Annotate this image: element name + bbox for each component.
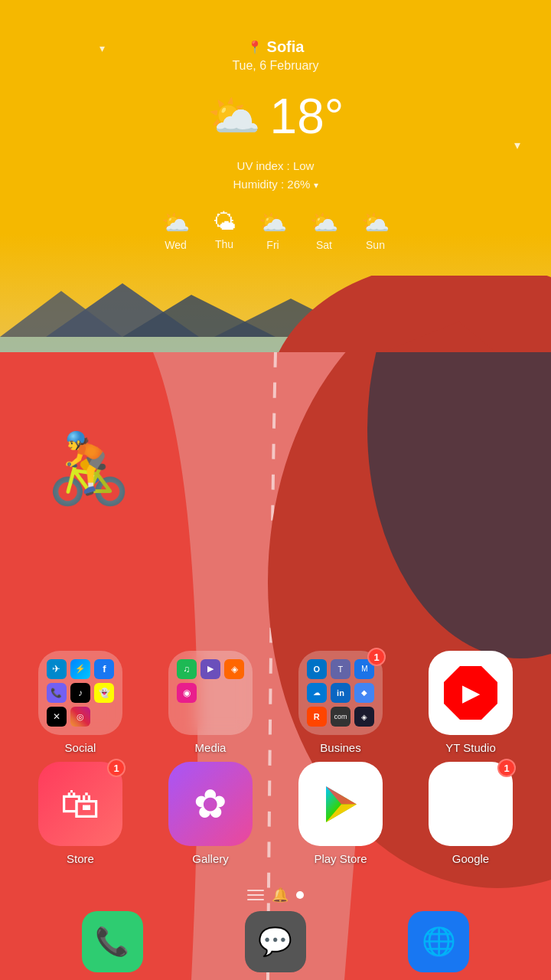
forecast-label-sun: Sun [366,239,385,251]
play-store-label: Play Store [314,852,367,865]
dock-icon-1-glyph: 📞 [95,926,129,958]
spotify-mini-icon: ♫ [177,659,197,679]
cyclist-illustration: 🚴 [46,429,132,509]
gallery-icon-wrap: ✿ [168,762,253,846]
expand-arrow-top[interactable]: ▾ [99,42,105,54]
app-row-1: ✈ ⚡ f 📞 ♪ 👻 [23,651,528,754]
forecast-label-fri: Fri [266,239,279,251]
location-pin-icon: 📍 [247,40,262,54]
linkedin-mini: in [331,683,350,703]
facebook-mini-icon: f [94,659,114,679]
forecast-label-sat: Sat [316,239,332,251]
app-business-folder[interactable]: 1 O T M ☁ in [283,651,398,754]
gallery-label: Gallery [192,852,229,865]
page-indicators: 🔔 [0,887,551,903]
menu-line-1 [247,890,264,891]
forecast-icon-sat: ⛅ [310,209,338,236]
store-icon-wrap: 1 🛍 [38,762,122,846]
media2-mini-icon: ▶ [201,659,220,679]
twitter-mini-icon: ✕ [47,707,67,727]
biz8-mini: com [331,707,350,727]
messenger-mini-icon: ⚡ [70,659,90,679]
app-grid: ✈ ⚡ f 📞 ♪ 👻 [0,651,551,873]
forecast-sat: ⛅ Sat [310,209,338,251]
yt-studio-shape: ▶ [444,666,497,720]
media-folder-icon: ♫ ▶ ◈ ◉ [168,651,253,735]
yt-studio-label: YT Studio [445,741,496,754]
media-label: Media [195,741,227,754]
yt-studio-icon: ▶ [429,651,513,735]
weather-widget: 📍 Sofia ▾ Tue, 6 February ⛅ 18° ▾ UV ind… [0,0,551,251]
uv-index: UV index : Low [0,157,551,175]
humidity: Humidity : 26% ▾ [0,175,551,194]
biz6-mini: ◆ [354,683,374,703]
app-media-folder[interactable]: ♫ ▶ ◈ ◉ Me [153,651,268,754]
page-dot-active[interactable] [296,891,304,899]
app-play-store[interactable]: Play Store [283,762,398,865]
media-folder-icon-wrap: ♫ ▶ ◈ ◉ [168,651,253,735]
location-row[interactable]: 📍 Sofia [0,38,551,56]
media3-mini-icon: ◈ [224,659,244,679]
google-icon-wrap: 1 [429,762,513,846]
empty3 [224,683,244,703]
empty2 [201,683,220,703]
telegram-mini-icon: ✈ [47,659,67,679]
social-folder-icon: ✈ ⚡ f 📞 ♪ 👻 [38,651,122,735]
forecast-icon-wed: ⛅ [161,209,190,236]
gallery-icon: ✿ [168,762,253,846]
dock-icon-3-glyph: 🌐 [422,926,456,958]
humidity-expand: ▾ [314,180,318,191]
business-badge: 1 [367,648,386,666]
bell-indicator[interactable]: 🔔 [272,887,289,903]
reddit-mini: R [307,707,327,727]
weather-date: Tue, 6 February [0,59,551,73]
empty6 [224,707,244,727]
play-store-icon [298,762,383,846]
google-label: Google [452,852,489,865]
social-label: Social [65,741,96,754]
biz9-mini: ◈ [354,707,374,727]
empty4 [177,707,197,727]
business-label: Busines [320,741,360,754]
social-folder-icon-wrap: ✈ ⚡ f 📞 ♪ 👻 [38,651,122,735]
menu-indicator[interactable] [247,890,264,900]
forecast-label-wed: Wed [165,239,187,251]
app-row-2: 1 🛍 Store ✿ Gallery [23,762,528,865]
dock-icon-2-glyph: 💬 [258,926,292,958]
forecast-sun: ⛅ Sun [361,209,390,251]
store-badge: 1 [107,759,126,777]
play-store-icon-wrap [298,762,383,846]
play-store-svg [320,783,362,825]
empty5 [201,707,220,727]
expand-arrow-right[interactable]: ▾ [514,138,520,152]
weather-main-icon: ⛅ [207,91,261,142]
app-social-folder[interactable]: ✈ ⚡ f 📞 ♪ 👻 [23,651,138,754]
business-folder-icon-wrap: 1 O T M ☁ in [298,651,383,735]
temperature-row: ⛅ 18° [0,88,551,145]
snapchat-mini-icon: 👻 [94,683,114,703]
dock-icon-2[interactable]: 💬 [245,911,306,972]
instagram-mini-icon: ◎ [70,707,90,727]
menu-line-2 [247,894,264,896]
bottom-dock: 📞 💬 🌐 [0,903,551,980]
app-google[interactable]: 1 Google [413,762,528,865]
forecast-icon-fri: ⛅ [259,209,287,236]
uv-humidity-block[interactable]: UV index : Low Humidity : 26% ▾ [0,157,551,194]
location-name: Sofia [267,38,305,56]
temperature-display: 18° [270,88,344,145]
app-store[interactable]: 1 🛍 Store [23,762,138,865]
app-yt-studio[interactable]: ▶ YT Studio [413,651,528,754]
tiktok-mini-icon: ♪ [70,683,90,703]
media4-mini-icon: ◉ [177,683,197,703]
outlook-mini: O [307,659,327,679]
dock-icon-1[interactable]: 📞 [82,911,143,972]
google-badge: 1 [497,759,516,777]
forecast-label-thu: Thu [215,238,233,250]
yt-studio-icon-wrap: ▶ [429,651,513,735]
app-gallery[interactable]: ✿ Gallery [153,762,268,865]
viber-mini-icon: 📞 [47,683,67,703]
forecast-row: ⛅ Wed 🌤 Thu ⛅ Fri ⛅ Sat ⛅ Sun [0,209,551,251]
forecast-thu: 🌤 Thu [213,209,236,251]
dock-icon-3[interactable]: 🌐 [408,911,469,972]
empty-mini [94,707,114,727]
